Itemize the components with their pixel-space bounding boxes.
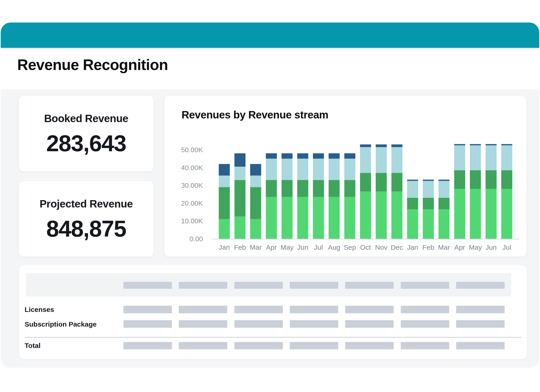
bar-segment-sep-stream-2-dark-green[interactable] <box>344 180 355 197</box>
bar-segment-jan-stream-2-dark-green[interactable] <box>407 198 418 209</box>
x-axis-label: Feb <box>422 244 434 251</box>
bar-segment-jun-stream-3-light-blue[interactable] <box>485 145 497 170</box>
x-axis-label: Jul <box>502 244 511 251</box>
table-row-label-total: Total <box>25 342 40 350</box>
placeholder-cell-total <box>456 342 505 349</box>
bar-segment-jul-stream-1-light-green[interactable] <box>313 197 324 239</box>
bar-segment-aug-stream-1-light-green[interactable] <box>329 197 340 239</box>
bar-segment-jan-stream-4-dark-blue[interactable] <box>219 164 230 176</box>
bar-segment-jul-stream-1-light-green[interactable] <box>501 189 512 239</box>
bar-segment-jul-stream-2-dark-green[interactable] <box>313 180 324 197</box>
bar-segment-jan-stream-3-light-blue[interactable] <box>219 176 230 187</box>
bar-segment-mar-stream-2-dark-green[interactable] <box>250 187 261 219</box>
bar-segment-dec-stream-3-light-blue[interactable] <box>391 147 402 173</box>
bar-segment-apr-stream-3-light-blue[interactable] <box>266 159 277 180</box>
kpi-card-booked-revenue: Booked Revenue 283,643 <box>18 95 154 172</box>
bar-segment-may-stream-2-dark-green[interactable] <box>470 170 481 189</box>
bar-segment-sep-stream-1-light-green[interactable] <box>344 197 355 239</box>
bar-segment-feb-stream-2-dark-green[interactable] <box>234 180 245 216</box>
bar-segment-apr-stream-2-dark-green[interactable] <box>454 170 465 189</box>
placeholder-cell-header <box>290 282 338 289</box>
bar-segment-apr-stream-4-dark-blue[interactable] <box>266 153 277 159</box>
y-axis-label: 0.00 <box>190 235 203 243</box>
panel-header-bar <box>1 23 539 48</box>
placeholder-cell-header <box>401 282 449 289</box>
bar-segment-mar-stream-4-dark-blue[interactable] <box>250 164 261 176</box>
bar-segment-jan-stream-1-light-green[interactable] <box>219 219 230 239</box>
bar-segment-apr-stream-3-light-blue[interactable] <box>454 145 465 170</box>
x-axis-label: Mar <box>438 244 450 251</box>
bar-segment-dec-stream-1-light-green[interactable] <box>391 192 402 239</box>
bar-segment-mar-stream-4-dark-blue[interactable] <box>438 180 450 181</box>
bar-segment-jun-stream-3-light-blue[interactable] <box>297 159 308 180</box>
bar-segment-feb-stream-1-light-green[interactable] <box>234 216 245 239</box>
bar-segment-jun-stream-2-dark-green[interactable] <box>297 180 308 197</box>
bar-segment-oct-stream-4-dark-blue[interactable] <box>360 144 371 147</box>
bar-segment-may-stream-3-light-blue[interactable] <box>281 159 293 180</box>
placeholder-cell-subscription-package <box>179 320 227 328</box>
bar-segment-nov-stream-1-light-green[interactable] <box>376 192 387 239</box>
bar-segment-aug-stream-3-light-blue[interactable] <box>329 159 340 180</box>
bar-segment-jun-stream-1-light-green[interactable] <box>485 189 497 239</box>
bar-segment-mar-stream-2-dark-green[interactable] <box>438 198 450 209</box>
bar-segment-jan-stream-4-dark-blue[interactable] <box>407 180 418 181</box>
bar-segment-aug-stream-4-dark-blue[interactable] <box>329 153 340 159</box>
bar-segment-jun-stream-2-dark-green[interactable] <box>485 170 497 189</box>
kpi-label-projected-revenue: Projected Revenue <box>19 198 154 210</box>
bar-segment-apr-stream-2-dark-green[interactable] <box>266 180 277 197</box>
bar-segment-jan-stream-3-light-blue[interactable] <box>407 181 418 198</box>
bar-segment-feb-stream-4-dark-blue[interactable] <box>423 180 434 181</box>
bar-segment-oct-stream-3-light-blue[interactable] <box>360 147 371 173</box>
bar-segment-jul-stream-2-dark-green[interactable] <box>501 170 512 189</box>
table-row-label-licenses: Licenses <box>25 305 54 314</box>
bar-segment-may-stream-4-dark-blue[interactable] <box>470 144 481 145</box>
bar-segment-jun-stream-1-light-green[interactable] <box>297 197 308 239</box>
bar-segment-nov-stream-4-dark-blue[interactable] <box>376 144 387 147</box>
revenue-stream-chart-canvas[interactable]: 0.0010.00K20.00K30.00K40.00K50.00KJanFeb… <box>164 96 526 257</box>
bar-segment-may-stream-4-dark-blue[interactable] <box>281 153 293 159</box>
bar-segment-nov-stream-2-dark-green[interactable] <box>376 173 387 191</box>
bar-segment-jan-stream-1-light-green[interactable] <box>407 209 418 239</box>
bar-segment-mar-stream-3-light-blue[interactable] <box>438 181 450 198</box>
bar-segment-dec-stream-2-dark-green[interactable] <box>391 173 402 191</box>
bar-segment-jul-stream-4-dark-blue[interactable] <box>501 144 512 145</box>
x-axis-label: May <box>280 244 294 251</box>
bar-segment-may-stream-2-dark-green[interactable] <box>281 180 293 197</box>
bar-segment-oct-stream-1-light-green[interactable] <box>360 192 371 239</box>
bar-segment-mar-stream-1-light-green[interactable] <box>438 209 450 239</box>
bar-segment-mar-stream-1-light-green[interactable] <box>250 219 261 239</box>
bar-segment-jun-stream-4-dark-blue[interactable] <box>297 153 308 159</box>
bar-segment-feb-stream-3-light-blue[interactable] <box>423 181 434 198</box>
bar-segment-apr-stream-1-light-green[interactable] <box>454 189 465 239</box>
bar-segment-apr-stream-4-dark-blue[interactable] <box>454 144 465 145</box>
table-divider <box>25 337 521 338</box>
bar-segment-jul-stream-3-light-blue[interactable] <box>501 145 512 170</box>
bar-segment-aug-stream-2-dark-green[interactable] <box>329 180 340 197</box>
placeholder-cell-total <box>179 342 227 349</box>
x-axis-label: Aug <box>328 244 340 251</box>
bar-segment-oct-stream-2-dark-green[interactable] <box>360 173 371 191</box>
bar-segment-apr-stream-1-light-green[interactable] <box>266 197 277 239</box>
placeholder-cell-licenses <box>123 306 172 313</box>
bar-segment-may-stream-1-light-green[interactable] <box>281 197 293 239</box>
bar-segment-sep-stream-4-dark-blue[interactable] <box>344 153 355 159</box>
bar-segment-jul-stream-4-dark-blue[interactable] <box>313 153 324 159</box>
bar-segment-dec-stream-4-dark-blue[interactable] <box>391 144 402 147</box>
placeholder-cell-header <box>456 282 505 289</box>
bar-segment-may-stream-1-light-green[interactable] <box>470 189 481 239</box>
bar-segment-sep-stream-3-light-blue[interactable] <box>344 159 355 180</box>
bar-segment-feb-stream-1-light-green[interactable] <box>423 209 434 239</box>
bar-segment-feb-stream-4-dark-blue[interactable] <box>234 153 245 167</box>
bar-segment-jun-stream-4-dark-blue[interactable] <box>485 144 497 145</box>
bar-segment-nov-stream-3-light-blue[interactable] <box>376 147 387 173</box>
revenue-table-card: Licenses Subscription Package Total <box>19 265 527 359</box>
bar-segment-feb-stream-3-light-blue[interactable] <box>234 167 245 180</box>
bar-segment-jul-stream-3-light-blue[interactable] <box>313 159 324 180</box>
bar-segment-may-stream-3-light-blue[interactable] <box>470 145 481 170</box>
y-axis-label: 50.00K <box>181 146 203 153</box>
bar-segment-mar-stream-3-light-blue[interactable] <box>250 176 261 187</box>
bar-segment-jan-stream-2-dark-green[interactable] <box>219 187 230 219</box>
x-axis-label: Jun <box>297 244 308 251</box>
placeholder-cell-subscription-package <box>290 320 338 328</box>
bar-segment-feb-stream-2-dark-green[interactable] <box>423 198 434 209</box>
